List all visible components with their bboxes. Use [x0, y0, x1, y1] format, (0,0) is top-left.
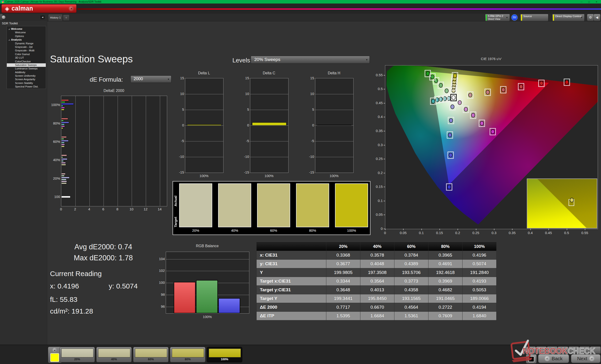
display-control-dropdown[interactable]: Direct Display Control ▼	[552, 14, 585, 21]
rgb-x-axis-label: 100%	[166, 315, 249, 319]
calman-menu-button[interactable]: ◈ calman ▼	[1, 4, 77, 13]
row-label: ΔE 2000	[257, 303, 326, 312]
window-title: Calman 2025 Calman Ultimate for Business…	[5, 0, 101, 3]
y-tick-label: 100	[156, 280, 165, 285]
x-tick-label: 0.05	[398, 231, 408, 235]
cell-value: 191.0465	[429, 294, 462, 303]
minimize-button[interactable]: —	[579, 0, 584, 4]
expand-icon[interactable]: ◢	[9, 27, 10, 31]
de-formula-dropdown[interactable]: 2000 ▼	[130, 76, 171, 83]
sidebar-group-analysis[interactable]: ◢Analysis	[7, 38, 46, 41]
sidebar-item-saturation-sweeps[interactable]: Saturation Sweeps	[7, 63, 46, 67]
patch-button-40[interactable]: 40%	[96, 347, 132, 362]
sidebar-item-screen-uniformity[interactable]: Screen Uniformity	[7, 74, 46, 78]
sidebar-collapse-icon[interactable]: ◀	[40, 16, 45, 19]
de-bar-yellow	[61, 109, 64, 110]
tick	[458, 229, 458, 230]
mini-toolbar-button[interactable]	[547, 346, 558, 354]
mini-toolbar-button[interactable]	[536, 346, 547, 354]
measured-point	[431, 99, 435, 104]
tick	[384, 131, 385, 131]
y-tick-label: 15	[240, 76, 249, 80]
patch-button-80[interactable]: 80%	[170, 347, 205, 362]
y-tick-label: 0.55	[373, 73, 383, 77]
chart-title: RGB Balance	[166, 244, 249, 248]
sidebar-item-screen-angularity[interactable]: Screen Angularity	[7, 78, 46, 81]
sidebar-item-dynamic-range[interactable]: Dynamic Range	[7, 42, 46, 45]
sidebar-item-welcome[interactable]: Welcome	[7, 31, 46, 34]
cell-value: 1.6840	[462, 312, 497, 320]
mini-toolbar-button[interactable]	[568, 346, 579, 354]
y-tick-label: 98	[156, 292, 165, 297]
x-tick-label: 0	[58, 207, 64, 211]
sidebar-item-color-gamut[interactable]: Color Gamut	[7, 53, 46, 56]
toolbar: ◈ calman ▼	[0, 3, 601, 14]
mini-toolbar-button[interactable]	[590, 346, 601, 354]
table-row-target-x-cie31: Target x:CIE310.33440.35640.37730.39690.…	[257, 277, 497, 286]
sidebar-item-colorchecker[interactable]: ColorChecker	[7, 60, 46, 63]
y-tick-label: 5	[305, 107, 314, 111]
maximize-button[interactable]: ▢	[586, 0, 592, 4]
measured-point	[448, 185, 451, 189]
mini-toolbar-button[interactable]	[558, 346, 568, 354]
sidebar-item-screen-stability[interactable]: Screen Stability	[7, 81, 46, 85]
tick	[548, 229, 549, 230]
sidebar-pin-button[interactable]	[2, 16, 5, 19]
meter-dropdown[interactable]: X-Rite i1Pro 2Direct View ▼	[485, 14, 510, 21]
sidebar-item-spectral-power-dist[interactable]: Spectral Power Dist.	[7, 85, 46, 88]
tab-history-1[interactable]: History 1	[48, 14, 63, 21]
sidebar-item-luminance-sweeps[interactable]: Luminance Sweeps	[7, 67, 46, 70]
de-bar-red	[61, 154, 67, 156]
patch-button-100[interactable]: 100%	[207, 347, 242, 362]
x-tick-label: 0.2	[453, 231, 462, 235]
table-row-y: Y199.9805197.3508193.5706192.4618191.284…	[257, 268, 497, 277]
y-tick-label: -5	[240, 139, 249, 143]
x-tick-label: 0.45	[544, 231, 553, 235]
y-tick-label: 10	[240, 92, 249, 96]
settings-gear-button[interactable]: ⚙	[587, 14, 594, 21]
mini-toolbar-button[interactable]	[525, 346, 536, 354]
de-formula-label: dE Formula:	[90, 76, 123, 83]
x-tick-label: 10	[129, 207, 134, 211]
patch-chip	[209, 348, 241, 357]
meter-count-badge[interactable]: 232	[511, 14, 518, 21]
next-button[interactable]: Next »	[571, 354, 601, 363]
expand-icon[interactable]: ◢	[9, 38, 10, 41]
swatch-40	[218, 183, 251, 227]
close-button[interactable]: ✕	[594, 0, 599, 4]
patch-button-60[interactable]: 60%	[133, 347, 169, 362]
sidebar-item-additivity[interactable]: Additivity	[7, 71, 46, 74]
cie-1976-chart: CIE 1976 u'v'	[373, 56, 601, 235]
panel-collapse-button[interactable]: ◀	[593, 14, 601, 21]
x-tick-label: 6	[100, 207, 106, 211]
current-reading-heading: Current Reading	[50, 270, 102, 278]
y-tick-label: -10	[175, 154, 184, 159]
y-tick-label: 0.4	[373, 115, 383, 119]
source-dropdown[interactable]: Source	[520, 14, 548, 21]
stop-button[interactable]	[526, 354, 537, 364]
y-tick-label: 0.2	[373, 171, 383, 175]
expand-up-button[interactable]: ▲	[52, 348, 57, 353]
add-tab-button[interactable]: +	[63, 15, 70, 21]
de-bar-yellow	[61, 127, 63, 129]
back-button[interactable]: « Back	[538, 354, 569, 363]
swatch-label: 60%	[257, 229, 290, 232]
y-tick-label: 0.45	[373, 101, 383, 105]
sidebar-item-grayscale-2pt[interactable]: Grayscale - 2pt	[7, 45, 46, 49]
levels-dropdown[interactable]: 20% Sweeps ▼	[251, 56, 370, 64]
actual-target-swatch-panel: Actual Target 20%40%60%80%100%	[172, 181, 371, 235]
sidebar-item-grayscale-multi[interactable]: Grayscale - Multi	[7, 49, 46, 52]
measured-point	[469, 93, 472, 97]
sidebar-group-welcome[interactable]: ◢Welcome	[7, 27, 46, 31]
patch-button-20[interactable]: 20%	[60, 347, 95, 362]
de-bar-cyan	[61, 105, 63, 107]
y-tick-label: 0.5	[373, 87, 383, 91]
sidebar-item-3d-lut[interactable]: 3D LUT	[7, 56, 46, 60]
sidebar-item-options[interactable]: Options	[7, 35, 46, 38]
active-patch-swatch[interactable]	[50, 353, 59, 362]
table-row-x-cie31: x: CIE310.33680.35780.37840.39650.4196	[257, 251, 497, 260]
x-tick-label: 0	[380, 231, 390, 235]
calman-dropdown-icon[interactable]: ▼	[69, 6, 74, 11]
mini-toolbar-button[interactable]	[579, 346, 590, 354]
tick	[421, 229, 422, 230]
